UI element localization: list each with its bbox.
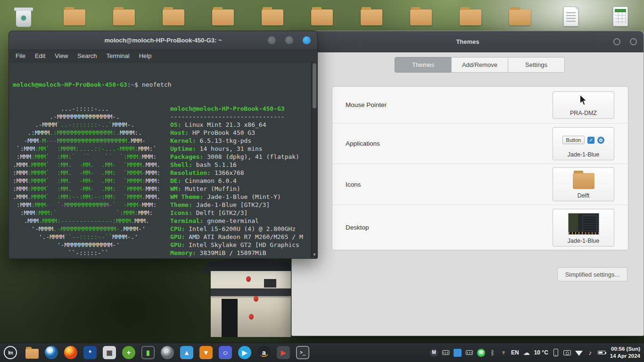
neofetch-line: WM Theme: Jade-1-Blue (Mint-Y) <box>170 193 308 201</box>
theme-value-applications: Jade-1-Blue <box>568 151 599 158</box>
bottom-panel: *▦+▮▲▼☺▶a▶>_ M☏ᛒ♆EN☁10 °C♪ 00:56 (Sun) 1… <box>0 343 644 362</box>
menu-button[interactable] <box>4 346 17 359</box>
desktop-icon-document-text[interactable] <box>561 6 583 28</box>
wifi-icon[interactable] <box>575 349 583 356</box>
theme-applications-button[interactable]: Button✓Jade-1-Blue <box>553 127 614 160</box>
launcher-calculator[interactable]: ▦ <box>102 345 117 360</box>
desktop-icon-folder-4[interactable] <box>212 6 234 28</box>
simplified-settings-button[interactable]: Simplified settings... <box>557 267 627 281</box>
scrollbar-down-arrow[interactable]: ▼ <box>312 251 317 258</box>
temperature-icon[interactable]: 10 °C <box>534 349 548 356</box>
menu-item-file[interactable]: File <box>12 51 29 60</box>
theme-row-mouse-pointer: Mouse PointerPRA-DMZ <box>332 87 628 123</box>
preview-screenshot <box>568 212 599 237</box>
whatsapp-icon[interactable]: ☏ <box>477 349 485 357</box>
desktop-icon-trash[interactable] <box>13 6 36 28</box>
menu-item-help[interactable]: Help <box>135 51 156 60</box>
launcher-media-app[interactable]: ▶ <box>276 345 291 360</box>
launcher-downloader[interactable]: ▼ <box>198 345 214 360</box>
themes-titlebar[interactable]: Themes <box>292 31 644 52</box>
folder-icon <box>460 9 481 25</box>
desktop-icon-folder-10[interactable] <box>509 6 531 28</box>
preview-cursor <box>579 94 587 109</box>
indicator-icon[interactable] <box>454 349 462 357</box>
mega-icon[interactable]: M <box>430 349 438 357</box>
launcher-web-browser[interactable] <box>44 345 59 360</box>
tab-add-remove[interactable]: Add/Remove <box>451 57 508 73</box>
launcher-retro-terminal[interactable]: ▮ <box>140 345 156 360</box>
folder-theme-icon <box>573 173 594 189</box>
themes-settings-list: Mouse PointerPRA-DMZApplicationsButton✓J… <box>332 86 628 250</box>
neofetch-line: WM: Mutter (Muffin) <box>170 185 308 193</box>
close-button[interactable] <box>303 36 311 44</box>
theme-icons-button[interactable]: Delft <box>553 167 614 201</box>
keyboard-layout-icon[interactable]: EN <box>511 349 519 356</box>
theme-row-icons: IconsDelft <box>332 164 628 205</box>
weather-icon[interactable]: ☁ <box>523 349 530 356</box>
volume-icon[interactable]: ♪ <box>587 349 594 356</box>
prompt-command: neofetch <box>138 81 171 88</box>
terminal-titlebar[interactable]: moloch@moloch-HP-ProBook-450-G3: ~ <box>9 31 317 50</box>
theme-mouse-pointer-button[interactable]: PRA-DMZ <box>553 91 614 119</box>
neofetch-line: Packages: 3008 (dpkg), 41 (flatpak) <box>170 153 308 161</box>
doc-icon <box>563 7 578 26</box>
file-manager-icon <box>25 349 39 359</box>
desktop-icon-folder-7[interactable] <box>360 6 383 28</box>
maximize-button[interactable] <box>613 38 620 45</box>
terminal-scrollbar[interactable]: ▼ <box>311 62 317 258</box>
terminal-icon: >_ <box>296 346 309 359</box>
row-label-icons: Icons <box>346 181 361 188</box>
desktop-icon-folder-5[interactable] <box>261 6 284 28</box>
desktop-icon-folder-8[interactable] <box>410 6 432 28</box>
battery-icon[interactable] <box>598 351 605 354</box>
smartphone-icon[interactable] <box>553 349 559 356</box>
launcher-uploader[interactable]: ▲ <box>179 345 194 360</box>
launcher-software-manager[interactable]: + <box>121 345 136 360</box>
menu-item-view[interactable]: View <box>51 51 72 60</box>
terminal-window: moloch@moloch-HP-ProBook-450-G3: ~ FileE… <box>8 31 318 259</box>
desktop-icon-folder-2[interactable] <box>113 6 135 28</box>
launcher-terminal[interactable]: >_ <box>295 345 310 360</box>
row-label-mouse-pointer: Mouse Pointer <box>346 101 387 108</box>
menu-item-edit[interactable]: Edit <box>31 51 49 60</box>
desktop-icon-folder-6[interactable] <box>311 6 333 28</box>
theme-row-applications: ApplicationsButton✓Jade-1-Blue <box>332 123 628 164</box>
keyboard-icon[interactable] <box>442 350 449 355</box>
chat-app-icon: ☺ <box>219 346 232 359</box>
launcher-chat-app[interactable]: ☺ <box>218 345 233 360</box>
desktop-icon-folder-1[interactable] <box>63 6 86 28</box>
scrollbar-thumb[interactable] <box>313 63 316 108</box>
tab-themes[interactable]: Themes <box>395 57 452 73</box>
desktop-icon-folder-3[interactable] <box>162 6 185 28</box>
menu-item-terminal[interactable]: Terminal <box>103 51 133 60</box>
theme-desktop-button[interactable]: Jade-1-Blue <box>553 209 614 247</box>
terminal-body[interactable]: moloch@moloch-HP-ProBook-450-G3:~$ neofe… <box>9 62 317 258</box>
folder-icon <box>311 9 333 25</box>
launcher-file-manager[interactable] <box>25 345 40 360</box>
trash-icon <box>14 6 33 28</box>
tab-settings[interactable]: Settings <box>508 57 565 73</box>
desktop-icon-document-spreadsheet[interactable] <box>610 6 633 28</box>
clock-date: 14 Apr 2024 <box>610 353 640 360</box>
minimize-button[interactable] <box>268 36 276 44</box>
launcher-synaptic[interactable]: * <box>83 345 98 360</box>
launcher-telegram[interactable]: ▶ <box>237 345 252 360</box>
bluetooth-icon[interactable]: ᛒ <box>489 349 496 356</box>
clock-applet[interactable]: 00:56 (Sun) 14 Apr 2024 <box>610 346 640 360</box>
launcher-amazon[interactable]: a <box>256 345 272 360</box>
neofetch-line: Terminal: gnome-terminal <box>170 217 308 225</box>
folder-icon <box>212 9 234 25</box>
keyboard-alt-icon[interactable] <box>466 350 473 355</box>
launcher-gray-app[interactable] <box>160 345 175 360</box>
widget-button-preview: Button <box>562 136 585 144</box>
desktop-icon-folder-9[interactable] <box>459 6 482 28</box>
maximize-button[interactable] <box>285 36 293 44</box>
menu-item-search[interactable]: Search <box>74 51 100 60</box>
camera-icon[interactable] <box>563 350 571 355</box>
folder-icon <box>163 9 184 25</box>
neofetch-ascii: ...-:::::-... .-MMMMMMMMMMMMMMM-. .-MMMM… <box>13 105 170 258</box>
close-button[interactable] <box>630 38 637 45</box>
input-method-icon[interactable]: ♆ <box>500 349 507 356</box>
desktop-theme-thumbnail <box>568 213 599 235</box>
launcher-firefox[interactable] <box>63 345 78 360</box>
